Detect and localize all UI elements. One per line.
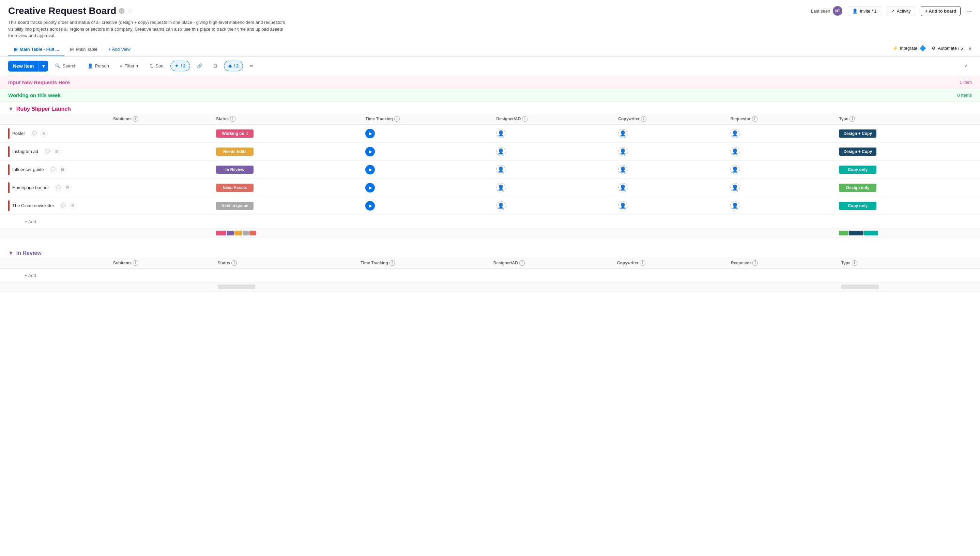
time-info-icon[interactable]: i xyxy=(394,116,400,121)
more-options-button[interactable]: ··· xyxy=(966,7,972,15)
type-cell-ozian[interactable]: Copy only xyxy=(835,197,980,215)
status-badge-poster[interactable]: Working on it xyxy=(216,129,254,137)
item-name-homepage[interactable]: Homepage banner xyxy=(12,185,49,190)
status-cell-instagram[interactable]: Needs Edits xyxy=(212,142,361,160)
subitems-icon[interactable]: ⊟ xyxy=(64,184,71,191)
filter-button[interactable]: ≡ Filter ▾ xyxy=(116,61,143,71)
columns-settings-button[interactable]: ⊟ xyxy=(209,61,221,71)
copywriter-avatar-homepage[interactable]: 👤 xyxy=(618,183,627,192)
person-button[interactable]: 👤 Person xyxy=(84,61,113,71)
integrate-button[interactable]: ⚡ Integrate 🔷 xyxy=(893,45,926,52)
tab-main-table[interactable]: ⊞ Main Table xyxy=(65,43,103,56)
requestor-info-icon[interactable]: i xyxy=(752,116,757,121)
type-cell-poster[interactable]: Design + Copy xyxy=(835,124,980,142)
status-cell-ozian[interactable]: Next in queue xyxy=(212,197,361,215)
expand-button[interactable]: ⤢ xyxy=(960,61,972,71)
requestor-avatar-homepage[interactable]: 👤 xyxy=(730,183,740,192)
activity-button[interactable]: ↗ Activity xyxy=(887,6,915,16)
subitems-info-icon[interactable]: i xyxy=(133,116,138,121)
comment-icon[interactable]: 💬 xyxy=(31,130,38,137)
comment-icon[interactable]: 💬 xyxy=(49,166,57,173)
section-working-label[interactable]: Working on this week xyxy=(8,92,957,98)
comment-icon[interactable]: 💬 xyxy=(55,184,62,191)
designer-info-icon-ir[interactable]: i xyxy=(519,260,525,266)
designer-avatar-ozian[interactable]: 👤 xyxy=(496,201,506,210)
type-cell-influencer[interactable]: Copy only xyxy=(835,160,980,178)
type-info-icon-ir[interactable]: i xyxy=(852,260,857,266)
item-name-ozian[interactable]: The Ozian newsletter xyxy=(12,203,54,208)
requestor-avatar-poster[interactable]: 👤 xyxy=(730,129,740,138)
time-info-icon-ir[interactable]: i xyxy=(390,260,395,266)
type-badge-influencer[interactable]: Copy only xyxy=(839,166,877,174)
comment-icon[interactable]: 💬 xyxy=(44,148,51,155)
group-by-badge[interactable]: ✦ / 2 xyxy=(170,61,190,71)
item-name-influencer[interactable]: Influencer guide xyxy=(12,167,44,172)
subitems-icon[interactable]: ⊟ xyxy=(69,202,77,210)
designer-avatar-influencer[interactable]: 👤 xyxy=(496,165,506,175)
subitems-icon[interactable]: ⊟ xyxy=(40,130,48,137)
tab-main-table-full[interactable]: ⊞ Main Table - Full ... xyxy=(8,43,65,56)
designer-avatar-poster[interactable]: 👤 xyxy=(496,129,506,138)
designer-info-icon[interactable]: i xyxy=(522,116,527,121)
designer-avatar-instagram[interactable]: 👤 xyxy=(496,147,506,157)
subitems-icon[interactable]: ⊟ xyxy=(53,148,61,155)
type-badge-instagram[interactable]: Design + Copy xyxy=(839,147,877,156)
in-review-collapse-chevron[interactable]: ▼ xyxy=(8,250,14,256)
comment-icon[interactable]: 💬 xyxy=(60,202,67,210)
group-name[interactable]: Ruby Slipper Launch xyxy=(16,106,71,112)
play-button-ozian[interactable]: ▶ xyxy=(365,201,375,210)
subitems-icon[interactable]: ⊟ xyxy=(59,166,66,173)
columns-badge[interactable]: ◈ / 2 xyxy=(224,61,243,71)
play-button-influencer[interactable]: ▶ xyxy=(365,165,375,175)
copywriter-info-icon[interactable]: i xyxy=(641,116,647,121)
type-badge-poster[interactable]: Design + Copy xyxy=(839,129,877,137)
status-cell-influencer[interactable]: In Review xyxy=(212,160,361,178)
add-to-board-button[interactable]: + Add to board xyxy=(921,6,961,16)
sort-button[interactable]: ⇅ Sort xyxy=(146,61,168,71)
play-button-poster[interactable]: ▶ xyxy=(365,129,375,138)
copywriter-info-icon-ir[interactable]: i xyxy=(640,260,645,266)
type-info-icon[interactable]: i xyxy=(849,116,855,121)
star-icon[interactable]: ☆ xyxy=(127,7,133,15)
copywriter-avatar-poster[interactable]: 👤 xyxy=(618,129,627,138)
type-cell-homepage[interactable]: Design only xyxy=(835,178,980,197)
status-badge-instagram[interactable]: Needs Edits xyxy=(216,147,254,156)
item-name-instagram[interactable]: Instagram ad xyxy=(12,149,38,154)
copywriter-avatar-ozian[interactable]: 👤 xyxy=(618,201,627,210)
status-cell-homepage[interactable]: Need Assets xyxy=(212,178,361,197)
status-info-icon[interactable]: i xyxy=(230,116,236,121)
new-item-button[interactable]: New Item ▾ xyxy=(8,61,48,71)
collapse-button[interactable]: ∧ xyxy=(969,46,972,51)
item-name-poster[interactable]: Poster xyxy=(12,131,25,136)
requestor-avatar-influencer[interactable]: 👤 xyxy=(730,165,740,175)
group-collapse-chevron[interactable]: ▼ xyxy=(8,106,14,112)
play-button-instagram[interactable]: ▶ xyxy=(365,147,375,157)
in-review-group-name[interactable]: In Review xyxy=(16,250,42,256)
add-item-button[interactable]: + Add xyxy=(22,218,39,226)
link-button[interactable]: 🔗 xyxy=(193,61,207,71)
status-badge-influencer[interactable]: In Review xyxy=(216,166,254,174)
search-button[interactable]: 🔍 Search xyxy=(51,61,81,71)
play-button-homepage[interactable]: ▶ xyxy=(365,183,375,192)
section-input-label[interactable]: Input New Requests Here xyxy=(8,79,959,85)
in-review-add-item-button[interactable]: + Add xyxy=(22,272,39,280)
automate-button[interactable]: ⚙ Automate / 5 xyxy=(931,46,963,51)
type-cell-instagram[interactable]: Design + Copy xyxy=(835,142,980,160)
type-badge-ozian[interactable]: Copy only xyxy=(839,202,877,210)
designer-avatar-homepage[interactable]: 👤 xyxy=(496,183,506,192)
status-badge-homepage[interactable]: Need Assets xyxy=(216,184,254,192)
requestor-info-icon-ir[interactable]: i xyxy=(752,260,758,266)
status-badge-ozian[interactable]: Next in queue xyxy=(216,202,254,210)
invite-button[interactable]: 👤 Invite / 1 xyxy=(848,6,881,16)
subitems-info-icon-ir[interactable]: i xyxy=(133,260,138,266)
requestor-avatar-instagram[interactable]: 👤 xyxy=(730,147,740,157)
paint-button[interactable]: ✏ xyxy=(246,61,258,71)
info-icon[interactable]: i xyxy=(119,8,125,14)
copywriter-avatar-influencer[interactable]: 👤 xyxy=(618,165,627,175)
type-badge-homepage[interactable]: Design only xyxy=(839,184,877,192)
status-info-icon-ir[interactable]: i xyxy=(231,260,237,266)
requestor-avatar-ozian[interactable]: 👤 xyxy=(730,201,740,210)
status-cell-poster[interactable]: Working on it xyxy=(212,124,361,142)
add-view-tab[interactable]: + Add View xyxy=(103,43,136,56)
copywriter-avatar-instagram[interactable]: 👤 xyxy=(618,147,627,157)
